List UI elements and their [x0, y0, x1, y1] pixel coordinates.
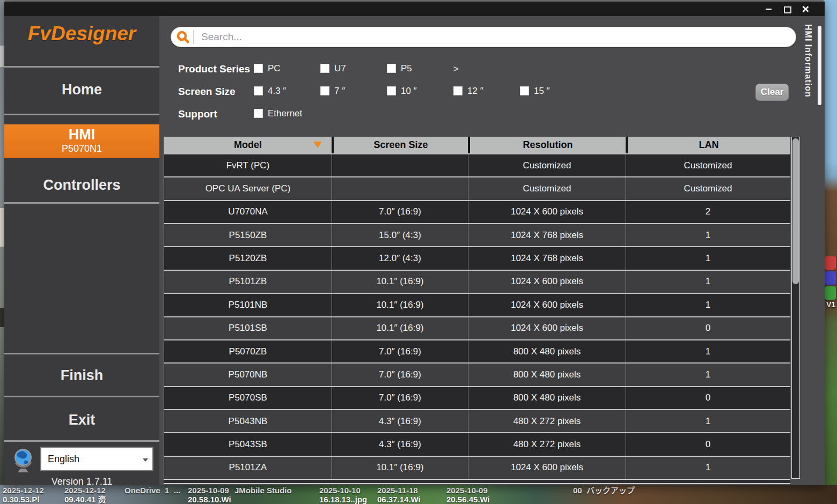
- table-cell: FvRT (PC): [164, 154, 332, 176]
- checkbox-icon[interactable]: [520, 86, 529, 95]
- table-row[interactable]: FvRT (PC)CustomizedCustomized: [164, 153, 790, 176]
- sidebar-item-hmi[interactable]: HMI P5070N1: [4, 124, 159, 158]
- table-row[interactable]: P5120ZB12.0″ (4:3)1024 X 768 pixels1: [164, 246, 790, 269]
- column-header-model[interactable]: Model: [164, 137, 332, 153]
- minimize-icon[interactable]: [765, 5, 772, 12]
- column-header-resolution[interactable]: Resolution: [468, 137, 626, 153]
- table-cell: 1: [626, 457, 790, 479]
- filter-label: Product Series: [178, 63, 250, 75]
- filter-options: PCU7P5: [254, 63, 453, 74]
- table-cell: Customized: [468, 154, 626, 176]
- table-cell: P5043NB: [164, 410, 332, 432]
- table-cell: P5070NB: [164, 364, 332, 386]
- table-cell: 800 X 480 pixels: [468, 364, 626, 386]
- table-cell: Customized: [626, 154, 790, 176]
- app-window: FvDesigner Home HMI P5070N1 Controllers …: [4, 2, 825, 485]
- table-cell: 4.3″ (16:9): [332, 433, 468, 455]
- filter-row-support: Support Ethernet: [159, 108, 803, 123]
- checkbox-label: 4.3 ″: [268, 86, 286, 96]
- chevron-down-icon: [143, 458, 148, 462]
- checkbox-label: 15 ″: [534, 86, 550, 96]
- column-header-lan[interactable]: LAN: [626, 137, 790, 153]
- table-cell: 10.1″ (16:9): [332, 294, 468, 316]
- desktop-icon-label[interactable]: 2025-10-0920.56.45.Wi: [446, 486, 490, 504]
- divider: [193, 30, 194, 44]
- checkbox-icon[interactable]: [254, 86, 263, 95]
- panel-scrollbar-thumb[interactable]: [818, 26, 821, 105]
- table-row[interactable]: P5070ZB7.0″ (16:9)800 X 480 pixels1: [164, 339, 790, 362]
- checkbox-icon[interactable]: [254, 109, 263, 118]
- sidebar-item-home[interactable]: Home: [4, 81, 159, 98]
- checkbox-icon[interactable]: [320, 86, 329, 95]
- checkbox-icon[interactable]: [453, 86, 462, 95]
- sidebar-item-exit[interactable]: Exit: [4, 412, 159, 428]
- close-icon[interactable]: [802, 5, 809, 12]
- table-row[interactable]: P5101NB10.1″ (16:9)1024 X 600 pixels1: [164, 293, 790, 316]
- search-input[interactable]: [200, 31, 796, 43]
- desktop-icon-label[interactable]: 2025-10-0920.58.10.Wi: [188, 486, 231, 504]
- desktop-app-icon[interactable]: [825, 286, 836, 300]
- table-cell: 4.3″ (16:9): [332, 410, 468, 432]
- table-cell: Customized: [626, 177, 790, 199]
- desktop-icon-label[interactable]: 2025-12-1209.40.41 资: [64, 486, 106, 504]
- table-row[interactable]: P5070SB7.0″ (16:9)800 X 480 pixels0: [164, 386, 790, 409]
- table-row[interactable]: OPC UA Server (PC)CustomizedCustomized: [164, 176, 790, 199]
- checkbox-icon[interactable]: [320, 64, 329, 73]
- table-row[interactable]: U7070NA7.0″ (16:9)1024 X 600 pixels2: [164, 200, 790, 223]
- table-scrollbar[interactable]: [791, 137, 800, 479]
- filter-checkbox-10[interactable]: 10 ″: [387, 86, 453, 97]
- desktop-icon-label[interactable]: 00_バックアップ: [573, 486, 635, 495]
- sidebar-item-finish[interactable]: Finish: [4, 367, 159, 384]
- desktop-icon-label[interactable]: 2025-12-120.30.53.Pl: [3, 486, 44, 504]
- sidebar-item-controllers[interactable]: Controllers: [4, 177, 159, 194]
- table-cell: 800 X 480 pixels: [468, 387, 626, 409]
- filter-checkbox-ethernet[interactable]: Ethernet: [254, 108, 320, 119]
- table-row[interactable]: P5043NB4.3″ (16:9)480 X 272 pixels1: [164, 409, 790, 432]
- table-cell: 480 X 272 pixels: [468, 410, 626, 432]
- table-cell: 7.0″ (16:9): [332, 340, 468, 362]
- hmi-information-tab[interactable]: HMI Information: [803, 24, 813, 98]
- more-options-arrow[interactable]: >: [453, 64, 475, 74]
- maximize-icon[interactable]: [783, 5, 790, 12]
- language-dropdown[interactable]: English: [40, 447, 153, 471]
- table-row[interactable]: P5043SB4.3″ (16:9)480 X 272 pixels0: [164, 432, 790, 455]
- table-cell: 1024 X 600 pixels: [468, 271, 626, 293]
- table-cell: 1024 X 600 pixels: [468, 294, 626, 316]
- desktop-icon-label-line: 2025-10-10: [319, 486, 367, 495]
- search-bar[interactable]: [171, 27, 796, 47]
- desktop-icon-label[interactable]: 2025-10-1016.18.13..jpg: [319, 486, 367, 504]
- table-cell: [332, 177, 468, 199]
- filter-checkbox-4.3[interactable]: 4.3 ″: [254, 86, 320, 97]
- filter-checkbox-u7[interactable]: U7: [320, 63, 387, 74]
- desktop-app-icon[interactable]: [825, 256, 836, 270]
- table-row[interactable]: P5070NB7.0″ (16:9)800 X 480 pixels1: [164, 362, 790, 386]
- checkbox-icon[interactable]: [387, 86, 396, 95]
- clear-button[interactable]: Clear: [755, 84, 789, 101]
- filter-checkbox-pc[interactable]: PC: [254, 63, 320, 74]
- desktop-icon-label[interactable]: 2025-11-1806.37.14.Wi: [377, 486, 421, 504]
- filter-checkbox-15[interactable]: 15 ″: [520, 86, 586, 97]
- filter-checkbox-p5[interactable]: P5: [387, 63, 453, 74]
- desktop-app-icon[interactable]: [825, 271, 836, 285]
- filter-label: Support: [178, 108, 217, 120]
- column-header-label: Resolution: [523, 139, 573, 151]
- column-header-screen-size[interactable]: Screen Size: [332, 137, 468, 153]
- desktop-background: V1 2025-12-120.30.53.Pl2025-12-1209.40.4…: [0, 0, 837, 504]
- scrollbar-thumb[interactable]: [792, 138, 799, 284]
- checkbox-icon[interactable]: [387, 64, 396, 73]
- filter-checkbox-7[interactable]: 7 ″: [320, 86, 387, 97]
- desktop-icon-label[interactable]: JMobile Studio: [234, 486, 292, 495]
- checkbox-label: 12 ″: [467, 86, 483, 96]
- checkbox-icon[interactable]: [254, 64, 263, 73]
- table-cell: P5070ZB: [164, 340, 332, 362]
- table-row[interactable]: P5101ZA10.1″ (16:9)1024 X 600 pixels1: [164, 456, 790, 479]
- globe-icon: [12, 447, 35, 475]
- table-cell: P5120ZB: [164, 247, 332, 269]
- language-row: English: [4, 445, 159, 475]
- table-cell: 0: [626, 317, 790, 339]
- table-row[interactable]: P5101SB10.1″ (16:9)1024 X 600 pixels0: [164, 316, 790, 339]
- table-cell: 10.1″ (16:9): [332, 271, 468, 293]
- table-row[interactable]: P5101ZB10.1″ (16:9)1024 X 600 pixels1: [164, 270, 790, 293]
- filter-checkbox-12[interactable]: 12 ″: [453, 86, 520, 97]
- table-row[interactable]: P5150ZB15.0″ (4:3)1024 X 768 pixels1: [164, 223, 790, 246]
